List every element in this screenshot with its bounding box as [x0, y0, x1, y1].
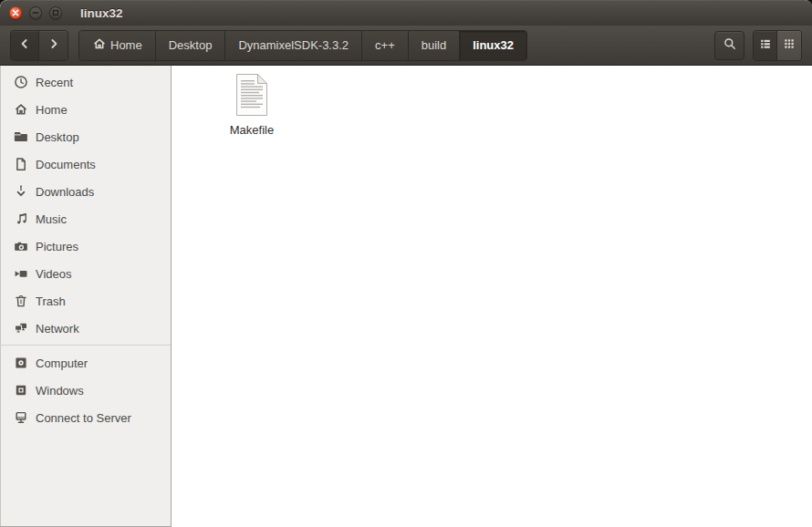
file-makefile[interactable]: Makefile: [206, 73, 297, 137]
sidebar-item-label: Network: [36, 322, 79, 336]
music-notes-icon: [14, 212, 28, 226]
list-view-icon: [758, 36, 773, 54]
file-view[interactable]: Makefile: [172, 66, 812, 527]
grid-view-icon: [782, 36, 796, 54]
view-toggle: [753, 30, 802, 61]
close-icon: [12, 9, 19, 16]
video-camera-icon: [14, 266, 28, 281]
maximize-button[interactable]: [49, 6, 62, 19]
sidebar-item-documents[interactable]: Documents: [0, 150, 171, 178]
clock-icon: [14, 75, 28, 89]
network-icon: [14, 321, 28, 336]
chevron-left-icon: [17, 36, 32, 54]
sidebar-item-label: Windows: [36, 384, 84, 398]
sidebar-item-recent[interactable]: Recent: [0, 68, 171, 96]
sidebar-item-label: Computer: [36, 356, 88, 370]
trash-icon: [14, 294, 28, 308]
breadcrumb-build[interactable]: build: [409, 31, 460, 60]
window-body: Recent Home Desktop Documents Downloads …: [0, 66, 812, 527]
search-icon: [723, 36, 737, 54]
sidebar-item-label: Recent: [36, 76, 73, 89]
minimize-icon: [32, 9, 39, 16]
forward-button[interactable]: [39, 31, 68, 60]
list-view-button[interactable]: [754, 31, 777, 60]
home-icon: [92, 36, 107, 54]
breadcrumb-desktop[interactable]: Desktop: [156, 31, 226, 60]
sidebar-item-connect-to-server[interactable]: Connect to Server: [0, 404, 171, 431]
sidebar-item-network[interactable]: Network: [0, 315, 171, 342]
sidebar-item-label: Pictures: [36, 240, 78, 253]
disk-drive-icon: [14, 383, 28, 398]
sidebar-item-trash[interactable]: Trash: [0, 287, 171, 315]
sidebar-item-music[interactable]: Music: [0, 205, 171, 232]
back-button[interactable]: [11, 31, 39, 60]
server-monitor-icon: [14, 410, 28, 425]
file-name-label: Makefile: [230, 123, 274, 137]
navigation-buttons: [10, 30, 68, 61]
sidebar-item-computer[interactable]: Computer: [0, 349, 171, 377]
breadcrumb-dynamixelsdk[interactable]: DynamixelSDK-3.3.2: [225, 31, 362, 60]
maximize-icon: [52, 9, 59, 16]
search-button[interactable]: [714, 31, 744, 60]
text-file-icon: [233, 73, 271, 117]
close-button[interactable]: [9, 6, 22, 19]
titlebar[interactable]: linux32: [0, 0, 812, 26]
sidebar-item-label: Desktop: [36, 130, 79, 144]
sidebar-item-home[interactable]: Home: [0, 96, 171, 123]
sidebar-item-label: Documents: [36, 158, 96, 171]
sidebar-item-label: Connect to Server: [36, 411, 131, 425]
sidebar-separator: [0, 345, 171, 346]
download-arrow-icon: [14, 184, 28, 199]
sidebar-item-label: Trash: [36, 294, 66, 308]
sidebar-item-label: Music: [36, 212, 67, 226]
home-icon: [14, 102, 28, 117]
breadcrumb-linux32[interactable]: linux32: [460, 31, 526, 60]
hard-drive-icon: [14, 356, 28, 370]
breadcrumb-home[interactable]: Home: [79, 31, 156, 60]
sidebar-item-windows[interactable]: Windows: [0, 377, 171, 404]
grid-view-button[interactable]: [777, 31, 801, 60]
sidebar-item-label: Videos: [36, 267, 72, 281]
sidebar-item-videos[interactable]: Videos: [0, 260, 171, 287]
camera-icon: [14, 239, 28, 253]
file-manager-window: linux32 Home Desktop DynamixelSDK-3.3.2 …: [0, 0, 812, 527]
breadcrumb: Home Desktop DynamixelSDK-3.3.2 c++ buil…: [78, 30, 527, 61]
document-icon: [14, 157, 28, 171]
breadcrumb-cpp[interactable]: c++: [362, 31, 409, 60]
sidebar-item-downloads[interactable]: Downloads: [0, 178, 171, 205]
minimize-button[interactable]: [29, 6, 42, 19]
window-title: linux32: [80, 6, 123, 20]
sidebar: Recent Home Desktop Documents Downloads …: [0, 66, 172, 527]
sidebar-item-label: Downloads: [36, 185, 94, 199]
sidebar-item-pictures[interactable]: Pictures: [0, 232, 171, 260]
folder-icon: [14, 129, 28, 144]
sidebar-item-label: Home: [36, 103, 68, 117]
sidebar-item-desktop[interactable]: Desktop: [0, 123, 171, 150]
chevron-right-icon: [47, 36, 61, 54]
toolbar: Home Desktop DynamixelSDK-3.3.2 c++ buil…: [0, 26, 812, 66]
